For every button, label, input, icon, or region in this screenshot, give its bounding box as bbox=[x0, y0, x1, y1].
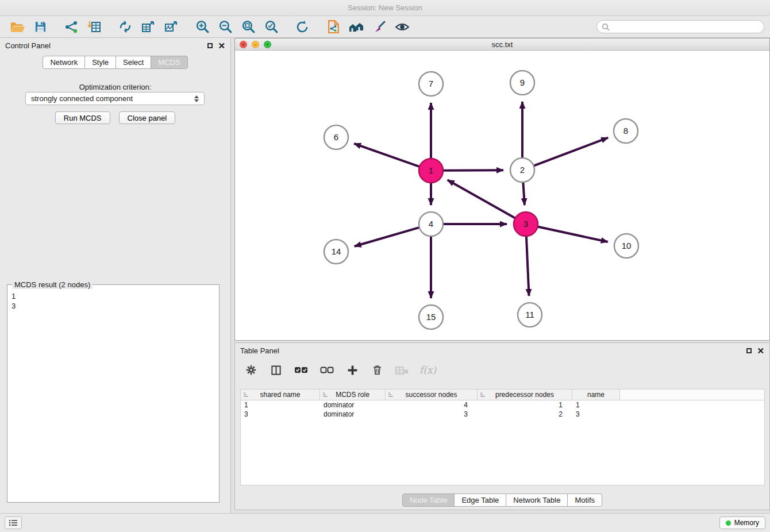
close-panel-icon[interactable]: ✕ bbox=[218, 41, 225, 50]
style-brush-button[interactable] bbox=[368, 18, 391, 36]
toolbar-search[interactable] bbox=[596, 20, 764, 33]
tab-node-table[interactable]: Node Table bbox=[402, 494, 455, 507]
show-details-button[interactable] bbox=[391, 18, 414, 36]
graph-edge-4-14[interactable] bbox=[355, 228, 419, 246]
main-toolbar bbox=[0, 16, 770, 38]
cell-name[interactable]: 3 bbox=[572, 410, 620, 419]
column-header-mcds-role[interactable]: MCDS role bbox=[320, 390, 386, 400]
column-header-shared-name[interactable]: shared name bbox=[241, 390, 320, 400]
optimization-criterion-select[interactable]: strongly connected component bbox=[25, 92, 205, 105]
home-neighbors-button[interactable] bbox=[345, 18, 368, 36]
import-network-icon bbox=[64, 20, 78, 34]
memory-label: Memory bbox=[734, 519, 759, 527]
close-panel-button[interactable]: Close panel bbox=[119, 111, 176, 124]
network-window-titlebar[interactable]: ✕ − + scc.txt bbox=[235, 38, 769, 51]
show-columns-button[interactable] bbox=[268, 361, 284, 379]
graph-edge-3-1[interactable] bbox=[448, 180, 515, 218]
table-row[interactable]: 1 dominator 4 1 1 bbox=[241, 400, 764, 410]
deselect-all-button[interactable] bbox=[318, 361, 336, 379]
delete-row-button[interactable] bbox=[369, 361, 385, 379]
cell-predecessor-nodes[interactable]: 2 bbox=[478, 410, 572, 419]
export-table-button[interactable] bbox=[137, 18, 160, 36]
status-bar: Memory bbox=[0, 513, 770, 532]
tab-network[interactable]: Network bbox=[43, 56, 85, 69]
control-panel-header: Control Panel ✕ bbox=[0, 38, 230, 53]
memory-button[interactable]: Memory bbox=[719, 516, 765, 529]
graph-node-label-3: 3 bbox=[523, 219, 528, 229]
export-image-icon bbox=[164, 20, 178, 34]
network-view-window: ✕ − + scc.txt 7968124314101511 bbox=[234, 38, 770, 341]
cell-name[interactable]: 1 bbox=[572, 400, 620, 410]
column-type-icon bbox=[322, 392, 328, 398]
zoom-selected-button[interactable] bbox=[260, 18, 283, 36]
tab-mcds[interactable]: MCDS bbox=[151, 56, 187, 69]
table-row[interactable]: 3 dominator 3 2 3 bbox=[241, 410, 764, 419]
graph-edge-3-11[interactable] bbox=[526, 236, 529, 296]
delete-table-icon bbox=[395, 365, 409, 376]
export-image-button[interactable] bbox=[160, 18, 183, 36]
optimization-criterion-value: strongly connected component bbox=[31, 94, 133, 103]
export-network-button[interactable] bbox=[114, 18, 137, 36]
tab-edge-table[interactable]: Edge Table bbox=[454, 494, 506, 507]
window-title: Session: New Session bbox=[348, 3, 422, 12]
close-window-icon[interactable]: ✕ bbox=[240, 41, 247, 48]
refresh-layout-button[interactable] bbox=[291, 18, 314, 36]
export-network-icon bbox=[118, 20, 132, 34]
tab-motifs[interactable]: Motifs bbox=[567, 494, 602, 507]
zoom-in-button[interactable] bbox=[191, 18, 214, 36]
zoom-out-button[interactable] bbox=[214, 18, 237, 36]
graph-node-label-4: 4 bbox=[429, 219, 433, 229]
graph-edge-3-10[interactable] bbox=[538, 226, 608, 242]
column-type-icon bbox=[388, 392, 394, 398]
import-table-button[interactable] bbox=[83, 18, 106, 36]
search-input[interactable] bbox=[613, 23, 759, 31]
table-settings-button[interactable] bbox=[243, 361, 259, 379]
graph-edge-1-6[interactable] bbox=[354, 144, 419, 167]
graph-edge-2-3[interactable] bbox=[523, 182, 525, 205]
table-toolbar: f(x) bbox=[243, 361, 436, 379]
tab-network-table[interactable]: Network Table bbox=[506, 494, 568, 507]
open-session-button[interactable] bbox=[6, 18, 29, 36]
graph-edge-2-8[interactable] bbox=[534, 138, 608, 166]
cell-successor-nodes[interactable]: 3 bbox=[386, 410, 478, 419]
plus-icon bbox=[347, 365, 358, 376]
column-header-successor-nodes[interactable]: successor nodes bbox=[386, 390, 478, 400]
cell-shared-name[interactable]: 1 bbox=[241, 400, 320, 410]
save-session-button[interactable] bbox=[29, 18, 52, 36]
float-panel-icon[interactable] bbox=[746, 348, 752, 353]
zoom-selected-icon bbox=[264, 20, 279, 34]
zoom-fit-button[interactable] bbox=[237, 18, 260, 36]
table-panel-title: Table Panel bbox=[240, 346, 279, 355]
import-network-button[interactable] bbox=[60, 18, 83, 36]
mcds-result-item: 3 bbox=[11, 301, 215, 311]
cell-predecessor-nodes[interactable]: 1 bbox=[478, 400, 572, 410]
tab-select[interactable]: Select bbox=[116, 56, 151, 69]
add-row-button[interactable] bbox=[344, 361, 360, 379]
optimization-criterion-label: Optimization criterion: bbox=[0, 83, 230, 91]
tab-style[interactable]: Style bbox=[84, 56, 116, 69]
network-canvas[interactable]: 7968124314101511 bbox=[235, 51, 769, 340]
run-mcds-button[interactable]: Run MCDS bbox=[55, 111, 110, 124]
mcds-result-groupbox: MCDS result (2 nodes) 1 3 bbox=[7, 284, 220, 503]
cell-successor-nodes[interactable]: 4 bbox=[386, 400, 478, 410]
cell-mcds-role[interactable]: dominator bbox=[320, 410, 386, 419]
column-header-predecessor-nodes[interactable]: predecessor nodes bbox=[478, 390, 572, 400]
graph-edge-1-2[interactable] bbox=[443, 170, 503, 171]
cell-shared-name[interactable]: 3 bbox=[241, 410, 320, 419]
cell-mcds-role[interactable]: dominator bbox=[320, 400, 386, 410]
task-history-button[interactable] bbox=[5, 516, 22, 529]
document-share-button[interactable] bbox=[322, 18, 345, 36]
float-panel-icon[interactable] bbox=[207, 43, 213, 48]
graph-node-label-2: 2 bbox=[520, 165, 525, 175]
open-session-icon bbox=[10, 20, 25, 33]
minimize-window-icon[interactable]: − bbox=[252, 41, 259, 48]
close-panel-icon[interactable]: ✕ bbox=[757, 346, 764, 355]
select-all-button[interactable] bbox=[292, 361, 310, 379]
graph-node-label-11: 11 bbox=[525, 310, 534, 319]
gear-icon bbox=[245, 364, 257, 376]
control-panel-title: Control Panel bbox=[5, 41, 51, 50]
list-icon bbox=[9, 519, 18, 527]
control-panel-tabs: Network Style Select MCDS bbox=[0, 56, 230, 69]
column-header-name[interactable]: name bbox=[572, 390, 620, 400]
maximize-window-icon[interactable]: + bbox=[264, 41, 271, 48]
